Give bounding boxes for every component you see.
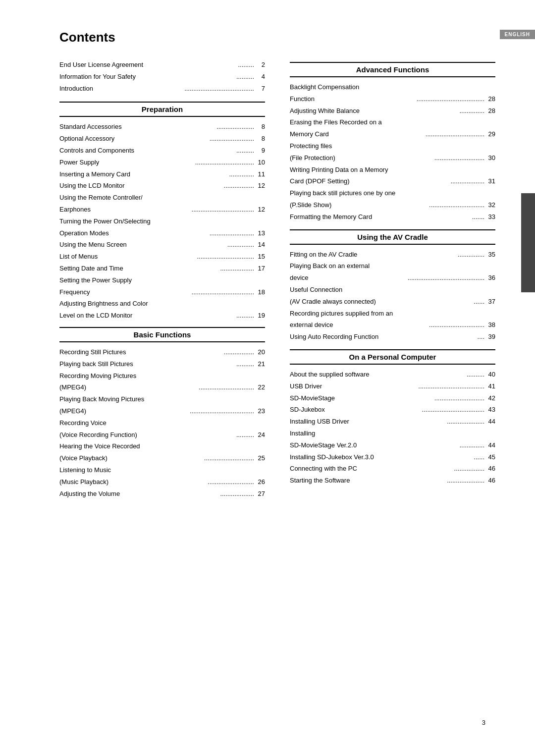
toc-text: Introduction — [59, 84, 184, 94]
list-item: About the supplied software .......... 4… — [290, 370, 495, 380]
list-item: Installing SD-Jukebox Ver.3.0 ...... 45 — [290, 452, 495, 463]
list-item: (Music Playback) .......................… — [59, 477, 265, 487]
list-item: Level on the LCD Monitor .......... 19 — [59, 311, 265, 321]
list-item: Setting Date and Time ..................… — [59, 264, 265, 274]
list-item: (Voice Playback) .......................… — [59, 453, 265, 464]
list-item: Information for Your Safety .......... 4 — [59, 72, 265, 82]
toc-text: Information for Your Safety — [59, 72, 236, 82]
list-item: Memory Card ............................… — [290, 129, 495, 140]
list-item: Earphones ..............................… — [59, 205, 265, 215]
toc-dots: ....................................... — [184, 84, 254, 94]
section-header-preparation: Preparation — [59, 102, 265, 117]
list-item: Recording Still Pictures ...............… — [59, 347, 265, 358]
list-item: external device ........................… — [290, 320, 495, 330]
list-item: Listening to Music — [59, 465, 265, 476]
page-number: 3 — [482, 719, 485, 726]
list-item: device .................................… — [290, 273, 495, 283]
list-item: Optional Accessory .....................… — [59, 134, 265, 144]
list-item: Useful Connection — [290, 285, 495, 295]
list-item: Formatting the Memory Card ....... 33 — [290, 212, 495, 222]
list-item: Recording pictures supplied from an — [290, 309, 495, 319]
list-item: Installing — [290, 429, 495, 439]
section-header-av-cradle: Using the AV Cradle — [290, 229, 495, 245]
list-item: Protecting files — [290, 141, 495, 152]
personal-computer-items: About the supplied software .......... 4… — [290, 370, 495, 486]
list-item: Card (DPOF Setting) ................... … — [290, 176, 495, 187]
list-item: Function ...............................… — [290, 94, 495, 105]
list-item: Backlight Compensation — [290, 82, 495, 93]
list-item: Using the Menu Screen ............... 14 — [59, 240, 265, 250]
av-cradle-items: Fitting on the AV Cradle ...............… — [290, 250, 495, 342]
side-bar — [521, 193, 535, 292]
two-column-layout: End User License Agreement ......... 2 I… — [59, 60, 495, 500]
list-item: Starting the Software ..................… — [290, 476, 495, 486]
list-item: Frequency ..............................… — [59, 287, 265, 298]
list-item: Using the LCD Monitor ................. … — [59, 181, 265, 191]
intro-section: End User License Agreement ......... 2 I… — [59, 60, 265, 94]
section-header-basic: Basic Functions — [59, 327, 265, 342]
list-item: Playing back Still Pictures .......... 2… — [59, 359, 265, 370]
english-tab: ENGLISH — [500, 30, 535, 39]
list-item: Operation Modes ........................… — [59, 228, 265, 239]
list-item: USB Driver .............................… — [290, 381, 495, 392]
right-column: Advanced Functions Backlight Compensatio… — [290, 60, 495, 487]
section-header-advanced: Advanced Functions — [290, 62, 495, 77]
list-item: Erasing the Files Recorded on a — [290, 117, 495, 128]
page-container: ENGLISH Contents End User License Agreem… — [0, 0, 535, 756]
list-item: Playing Back Moving Pictures — [59, 394, 265, 405]
basic-functions-items: Recording Still Pictures ...............… — [59, 347, 265, 499]
list-item: SD-Jukebox .............................… — [290, 405, 495, 415]
preparation-items: Standard Accessories ...................… — [59, 122, 265, 321]
list-item: List of Menus ..........................… — [59, 252, 265, 262]
list-item: Connecting with the PC .................… — [290, 464, 495, 474]
list-item: Using Auto Recording Function .... 39 — [290, 332, 495, 342]
list-item: Power Supply ...........................… — [59, 158, 265, 168]
list-item: Using the Remote Controller/ — [59, 193, 265, 203]
list-item: (Voice Recording Function) .......... 24 — [59, 430, 265, 440]
advanced-functions-items: Backlight Compensation Function ........… — [290, 82, 495, 222]
list-item: (P.Slide Show) .........................… — [290, 200, 495, 211]
toc-page: 4 — [254, 72, 265, 82]
list-item: Introduction ...........................… — [59, 84, 265, 94]
list-item: Controls and Components .......... 9 — [59, 146, 265, 156]
toc-page: 7 — [254, 84, 265, 94]
list-item: End User License Agreement ......... 2 — [59, 60, 265, 70]
list-item: Adjusting the Volume ...................… — [59, 489, 265, 499]
list-item: (AV Cradle always connected) ...... 37 — [290, 297, 495, 307]
list-item: (MPEG4) ................................… — [59, 406, 265, 417]
toc-dots: ......... — [238, 60, 254, 70]
toc-text: End User License Agreement — [59, 60, 238, 70]
list-item: Playing Back on an external — [290, 261, 495, 271]
list-item: SD-MovieStage Ver.2.0 .............. 44 — [290, 440, 495, 451]
list-item: Writing Printing Data on a Memory — [290, 165, 495, 175]
list-item: Fitting on the AV Cradle ...............… — [290, 250, 495, 260]
section-header-pc: On a Personal Computer — [290, 349, 495, 365]
list-item: Recording Voice — [59, 418, 265, 429]
list-item: Adjusting White Balance .............. 2… — [290, 106, 495, 116]
list-item: Hearing the Voice Recorded — [59, 441, 265, 452]
list-item: Standard Accessories ...................… — [59, 122, 265, 132]
list-item: SD-MovieStage ..........................… — [290, 393, 495, 404]
list-item: (File Protection) ......................… — [290, 153, 495, 163]
page-title: Contents — [59, 30, 495, 45]
list-item: (MPEG4) ............................... … — [59, 382, 265, 393]
list-item: Playing back still pictures one by one — [290, 188, 495, 199]
list-item: Setting the Power Supply — [59, 275, 265, 286]
left-column: End User License Agreement ......... 2 I… — [59, 60, 265, 500]
toc-page: 2 — [254, 60, 265, 70]
list-item: Installing USB Driver ..................… — [290, 417, 495, 427]
list-item: Turning the Power On/Selecting — [59, 216, 265, 227]
list-item: Recording Moving Pictures — [59, 371, 265, 381]
list-item: Adjusting Brightness and Color — [59, 299, 265, 309]
list-item: Inserting a Memory Card .............. 1… — [59, 169, 265, 180]
toc-dots: .......... — [236, 72, 254, 82]
